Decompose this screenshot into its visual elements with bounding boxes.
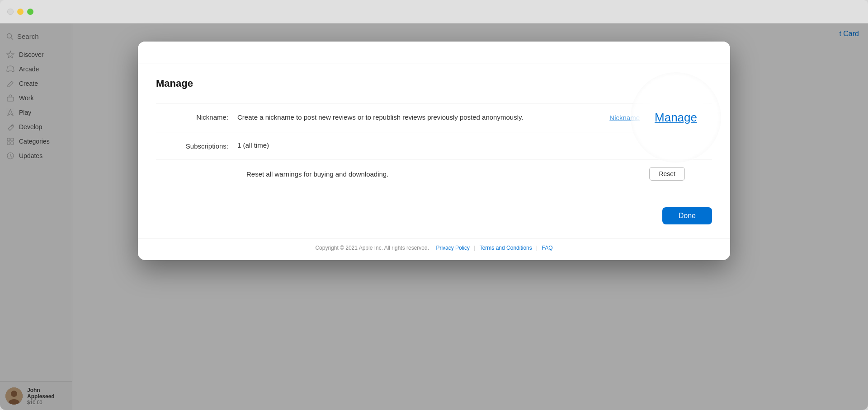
dialog-title: Manage [156, 78, 712, 89]
subscriptions-section: Subscriptions: 1 (all time) [156, 132, 712, 159]
manage-link[interactable]: Manage [655, 111, 697, 125]
dialog-copyright: Copyright © 2021 Apple Inc. All rights r… [138, 238, 730, 260]
app-window: Search Discover Arcade Create W [0, 0, 868, 410]
dialog-footer: Done [138, 198, 730, 238]
separator-2: | [536, 245, 538, 251]
dialog: Manage Nickname: Create a nickname to po… [138, 42, 730, 260]
close-button[interactable] [7, 9, 14, 15]
subscriptions-label: Subscriptions: [156, 141, 237, 150]
dialog-body: Manage Nickname: Create a nickname to po… [138, 64, 730, 189]
nickname-label: Nickname: [156, 112, 237, 121]
subscriptions-count: 1 (all time) [237, 141, 269, 149]
title-bar [0, 0, 868, 23]
terms-link[interactable]: Terms and Conditions [480, 245, 532, 251]
warnings-description: Reset all warnings for buying and downlo… [246, 170, 712, 178]
reset-button[interactable]: Reset [649, 167, 685, 181]
copyright-text: Copyright © 2021 Apple Inc. All rights r… [315, 245, 429, 251]
separator-1: | [474, 245, 475, 251]
modal-overlay: Manage Nickname: Create a nickname to po… [0, 23, 868, 410]
privacy-policy-link[interactable]: Privacy Policy [436, 245, 470, 251]
nickname-description: Create a nickname to post new reviews or… [237, 113, 524, 121]
spotlight-circle: Manage [631, 72, 721, 163]
dialog-header [138, 42, 730, 64]
warnings-action: Reset [649, 167, 685, 181]
maximize-button[interactable] [27, 9, 33, 15]
done-button[interactable]: Done [662, 207, 712, 224]
nickname-section: Nickname: Create a nickname to post new … [156, 103, 712, 132]
minimize-button[interactable] [17, 9, 24, 15]
faq-link[interactable]: FAQ [542, 245, 553, 251]
warnings-section: Reset all warnings for buying and downlo… [156, 159, 712, 189]
